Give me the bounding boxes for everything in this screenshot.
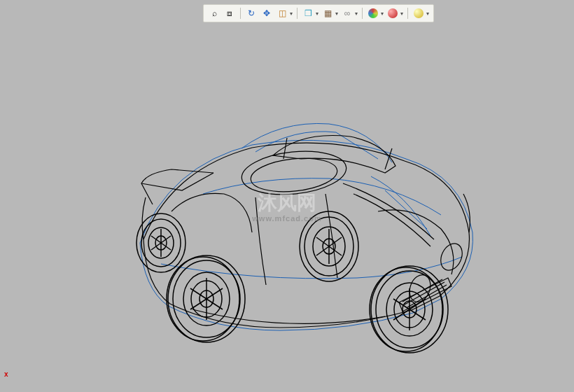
svg-point-19	[167, 257, 239, 341]
car-wireframe-model	[77, 54, 511, 369]
chevron-down-icon[interactable]: ▾	[400, 10, 403, 17]
chevron-down-icon[interactable]: ▾	[290, 10, 293, 17]
render-icon[interactable]	[412, 7, 425, 20]
toolbar-separator	[407, 8, 408, 19]
svg-point-1	[249, 155, 339, 196]
rotate-view-icon[interactable]: ↻	[245, 7, 258, 20]
axis-x-label: x	[4, 370, 8, 378]
toolbar-separator	[297, 8, 298, 19]
chevron-down-icon[interactable]: ▾	[381, 10, 384, 17]
chevron-down-icon[interactable]: ▾	[335, 10, 338, 17]
appearance-icon[interactable]	[367, 7, 379, 20]
hide-show-icon[interactable]: ∞	[341, 7, 354, 20]
model-viewport[interactable]: 沐风网 www.mfcad.com x y z	[0, 22, 574, 392]
section-view-icon[interactable]: ◫	[276, 7, 288, 20]
scene-icon[interactable]	[386, 7, 399, 20]
zoom-fit-icon[interactable]: ⌕	[208, 7, 220, 20]
view-toolbar: ⌕ ⧈ ↻ ✥ ◫ ▾ ❒ ▾ ▦ ▾ ∞ ▾ ▾ ▾ ▾	[203, 4, 434, 22]
axis-triad: x y z	[4, 370, 8, 378]
toolbar-separator	[362, 8, 363, 19]
zoom-window-icon[interactable]: ⧈	[223, 7, 236, 20]
pan-icon[interactable]: ✥	[260, 7, 273, 20]
chevron-down-icon[interactable]: ▾	[426, 10, 429, 17]
display-style-icon[interactable]: ▦	[321, 7, 334, 20]
chevron-down-icon[interactable]: ▾	[355, 10, 358, 17]
chevron-down-icon[interactable]: ▾	[316, 10, 318, 17]
view-orientation-icon[interactable]: ❒	[302, 7, 314, 20]
toolbar-separator	[240, 8, 241, 19]
